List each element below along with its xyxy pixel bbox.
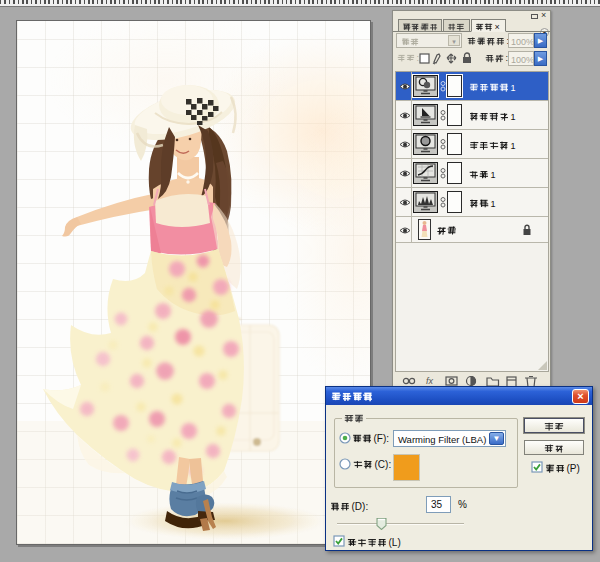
svg-text:1: 1 xyxy=(491,170,496,180)
svg-text:(F):: (F): xyxy=(374,433,390,444)
svg-text:(D):: (D): xyxy=(352,501,369,512)
svg-text:(C):: (C): xyxy=(375,459,392,470)
svg-text:1: 1 xyxy=(511,83,516,93)
svg-text:1: 1 xyxy=(511,112,516,122)
svg-text:1: 1 xyxy=(491,199,496,209)
svg-text:(P): (P) xyxy=(567,463,580,474)
svg-text:(L): (L) xyxy=(389,537,401,548)
svg-text:fx: fx xyxy=(426,376,434,386)
svg-text:×: × xyxy=(495,22,500,32)
svg-text:1: 1 xyxy=(511,141,516,151)
